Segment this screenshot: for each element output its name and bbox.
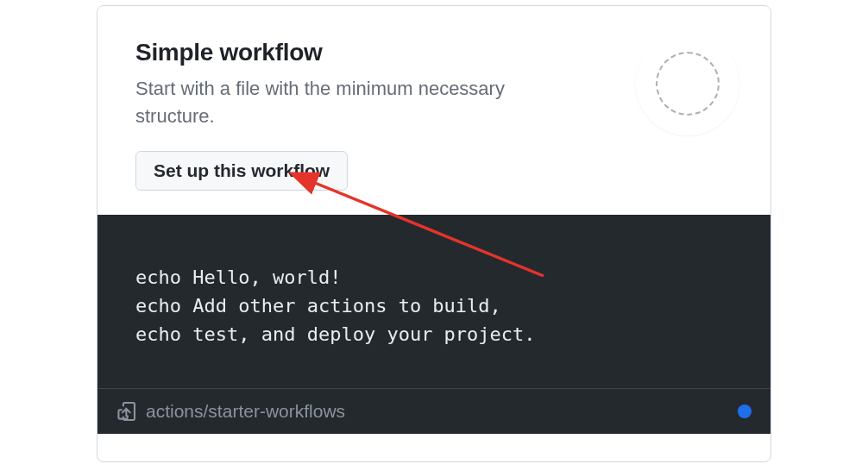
workflow-card: Simple workflow Start with a file with t… — [97, 5, 771, 462]
card-header: Simple workflow Start with a file with t… — [97, 6, 771, 215]
workflow-logo-placeholder — [636, 32, 739, 135]
footer-left: actions/starter-workflows — [116, 401, 345, 422]
setup-workflow-button[interactable]: Set up this workflow — [135, 151, 348, 191]
repo-link[interactable]: actions/starter-workflows — [146, 401, 345, 422]
dashed-circle-icon — [656, 52, 720, 116]
status-dot-icon — [738, 404, 752, 418]
card-footer: actions/starter-workflows — [97, 388, 771, 434]
workflow-description: Start with a file with the minimum neces… — [135, 75, 567, 130]
repo-template-icon — [116, 402, 135, 421]
code-preview: echo Hello, world! echo Add other action… — [97, 215, 771, 388]
